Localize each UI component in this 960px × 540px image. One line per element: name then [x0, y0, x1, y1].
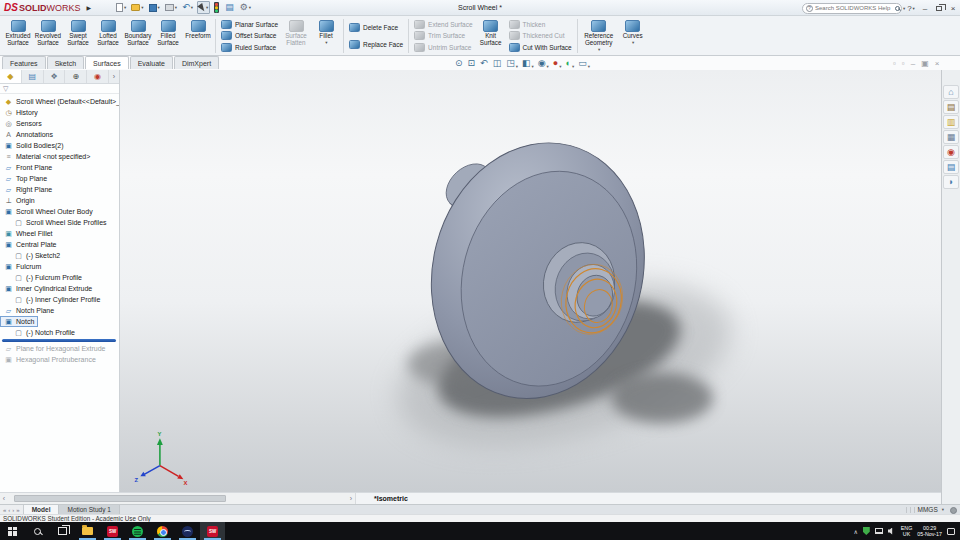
tree-item-wheel-fillet[interactable]: ▣ Wheel Fillet [0, 228, 57, 239]
configurationmanager-tab[interactable]: ❖ [44, 70, 66, 83]
tab-surfaces[interactable]: Surfaces [85, 56, 129, 69]
boundary-surface-button[interactable]: Boundary Surface [123, 18, 153, 54]
tree-item-sketch2[interactable]: ▢ (-) Sketch2 [10, 250, 64, 261]
tree-item-solid-bodies[interactable]: ▣ Solid Bodies(2) [0, 140, 67, 151]
new-document-button[interactable]: ▾ [115, 1, 127, 14]
tree-item-hex-protrub[interactable]: ▣ Hexagonal Protruberance [0, 354, 100, 365]
previous-view-button[interactable]: ↶ [480, 59, 489, 68]
task-view-button[interactable] [50, 522, 75, 540]
doc-split-button[interactable]: ▫ [893, 60, 896, 68]
rebuild-button[interactable] [213, 1, 221, 14]
options-button[interactable]: ⚙ ▾ [239, 1, 252, 14]
tree-item-origin[interactable]: ⊥ Origin [0, 195, 39, 206]
tree-item-inner-cyl-extrude[interactable]: ▣ Inner Cylindrical Extrude [0, 283, 96, 294]
prev-tab-button[interactable]: ‹ [8, 507, 10, 513]
filled-surface-button[interactable]: Filled Surface [153, 18, 183, 54]
fillet-button[interactable]: Fillet ▾ [311, 18, 341, 54]
view-settings-button[interactable]: ▭ ▾ [578, 59, 590, 71]
doc-popout-button[interactable]: ▫ [902, 60, 905, 68]
ruled-surface-button[interactable]: Ruled Surface [221, 42, 278, 53]
close-button[interactable]: × [948, 3, 958, 14]
tree-item-history[interactable]: ◷ History [0, 107, 42, 118]
tree-item-sensors[interactable]: ◎ Sensors [0, 118, 46, 129]
revolved-surface-button[interactable]: Revolved Surface [33, 18, 63, 54]
tab-evaluate[interactable]: Evaluate [130, 56, 173, 69]
displaymanager-tab[interactable]: ◉ [87, 70, 109, 83]
delete-face-button[interactable]: Delete Face [349, 22, 403, 33]
tree-item-fulcrum-profile[interactable]: ▢ (-) Fulcrum Profile [10, 272, 86, 283]
model-tab[interactable]: Model [24, 505, 60, 514]
app-button[interactable] [175, 522, 200, 540]
scroll-right-icon[interactable]: › [347, 494, 355, 504]
knit-surface-button[interactable]: Knit Surface [476, 18, 506, 54]
lofted-surface-button[interactable]: Lofted Surface [93, 18, 123, 54]
surface-flatten-button[interactable]: Surface Flatten [281, 18, 311, 54]
tree-item-notch[interactable]: ▣ Notch [0, 316, 38, 327]
tree-item-part-root[interactable]: ◆ Scroll Wheel (Default<<Default>_Displ [0, 96, 120, 107]
swept-surface-button[interactable]: Swept Surface [63, 18, 93, 54]
tree-horizontal-scrollbar[interactable]: ‹ › [0, 493, 356, 504]
tree-item-inner-cyl-profile[interactable]: ▢ (-) Inner Cylinder Profile [10, 294, 104, 305]
offset-surface-button[interactable]: Offset Surface [221, 30, 278, 41]
reference-geometry-button[interactable]: Reference Geometry ▾ [580, 18, 618, 54]
replace-face-button[interactable]: Replace Face [349, 39, 403, 50]
file-properties-button[interactable]: ▤ [224, 1, 236, 14]
tree-item-right-plane[interactable]: ▱ Right Plane [0, 184, 56, 195]
tree-item-hex-plane[interactable]: ▱ Plane for Hexagonal Extrude [0, 343, 110, 354]
extend-surface-button[interactable]: Extend Surface [414, 19, 472, 30]
tree-filter-row[interactable]: ▽ [0, 84, 119, 94]
rollback-bar[interactable] [2, 339, 116, 342]
chrome-button[interactable] [150, 522, 175, 540]
tree-item-top-plane[interactable]: ▱ Top Plane [0, 173, 51, 184]
save-button[interactable]: ▾ [148, 1, 161, 14]
tab-sketch[interactable]: Sketch [47, 56, 84, 69]
untrim-surface-button[interactable]: Untrim Surface [414, 42, 472, 53]
trim-surface-button[interactable]: Trim Surface [414, 30, 472, 41]
scroll-left-icon[interactable]: ‹ [0, 494, 8, 504]
tree-item-material[interactable]: ≡ Material <not specified> [0, 151, 94, 162]
zoom-to-area-button[interactable]: ⊡ [468, 59, 477, 68]
cut-with-surface-button[interactable]: Cut With Surface [509, 42, 572, 53]
hide-show-items-button[interactable]: ◉ ▾ [538, 59, 549, 71]
help-button[interactable]: ?▾ [906, 3, 916, 14]
tree-item-notch-plane[interactable]: ▱ Notch Plane [0, 305, 58, 316]
extruded-surface-button[interactable]: Extruded Surface [3, 18, 33, 54]
select-tool-button[interactable]: ▾ [197, 1, 210, 14]
planar-surface-button[interactable]: Planar Surface [221, 19, 278, 30]
tab-features[interactable]: Features [2, 56, 46, 69]
search-button[interactable] [25, 522, 50, 540]
scrollbar-thumb[interactable] [14, 495, 226, 502]
language-indicator[interactable]: ENG UK [901, 525, 912, 538]
action-center-icon[interactable] [947, 528, 955, 535]
featuremanager-tab[interactable]: ◆ [0, 70, 22, 83]
tree-item-notch-profile[interactable]: ▢ (-) Notch Profile [10, 327, 79, 338]
tree-item-front-plane[interactable]: ▱ Front Plane [0, 162, 56, 173]
tree-item-annotations[interactable]: A Annotations [0, 129, 57, 140]
last-tab-button[interactable]: » [16, 507, 19, 513]
undo-button[interactable]: ↶ ▾ [181, 1, 194, 14]
restore-button[interactable] [934, 3, 944, 14]
volume-icon[interactable] [888, 528, 896, 535]
file-explorer-button[interactable] [75, 522, 100, 540]
tree-item-central-plate[interactable]: ▣ Central Plate [0, 239, 60, 250]
start-button[interactable] [0, 522, 25, 540]
propertymanager-tab[interactable]: ▤ [22, 70, 44, 83]
doc-restore-button[interactable]: ▣ [921, 60, 929, 68]
doc-minimize-button[interactable]: – [911, 60, 915, 68]
search-input[interactable] [815, 5, 893, 11]
menu-flyout-icon[interactable]: ▶ [86, 4, 91, 11]
minimize-button[interactable]: – [920, 3, 930, 14]
help-search-box[interactable]: ? ▾ [802, 3, 902, 14]
thicken-button[interactable]: Thicken [509, 19, 572, 30]
zoom-to-fit-button[interactable]: ⊙ [455, 59, 464, 68]
solidworks-button[interactable]: SW [100, 522, 125, 540]
motion-study-tab[interactable]: Motion Study 1 [59, 505, 119, 514]
first-tab-button[interactable]: « [3, 507, 6, 513]
search-icon[interactable] [895, 6, 900, 11]
apply-scene-button[interactable]: ◐ ▾ [566, 59, 575, 71]
tags-icon[interactable] [950, 507, 957, 514]
dimxpertmanager-tab[interactable]: ⊕ [65, 70, 87, 83]
display-style-button[interactable]: ◧ ▾ [522, 59, 534, 71]
edit-appearance-button[interactable]: ● ▾ [553, 59, 562, 71]
print-button[interactable]: ▾ [164, 1, 178, 14]
